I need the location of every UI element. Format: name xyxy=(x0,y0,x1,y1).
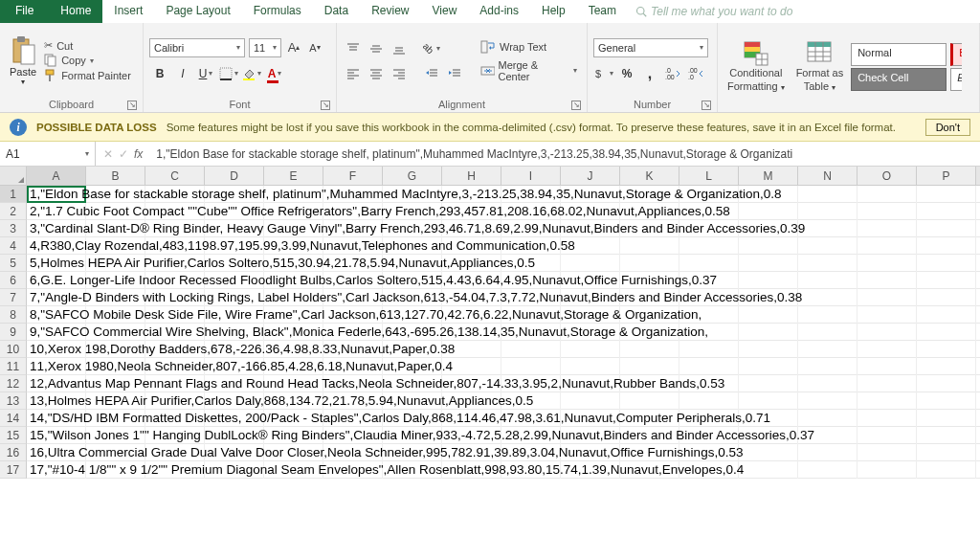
cell-content: 2,"1.7 Cubic Foot Compact ""Cube"" Offic… xyxy=(28,203,730,220)
orientation-button[interactable]: ab xyxy=(421,38,442,59)
column-header[interactable]: J xyxy=(561,167,620,185)
column-header[interactable]: A xyxy=(27,167,86,185)
column-header[interactable]: G xyxy=(383,167,442,185)
svg-text:.00: .00 xyxy=(665,74,675,80)
number-launcher[interactable] xyxy=(702,101,711,110)
font-name-combo[interactable]: Calibri▾ xyxy=(149,38,245,57)
svg-rect-11 xyxy=(243,78,255,80)
row-header[interactable]: 16 xyxy=(0,444,27,461)
align-right-button[interactable] xyxy=(389,63,410,84)
row-header[interactable]: 12 xyxy=(0,375,27,392)
italic-button[interactable]: I xyxy=(172,63,193,84)
row-header[interactable]: 11 xyxy=(0,358,27,375)
message-text: Some features might be lost if you save … xyxy=(167,122,896,133)
message-title: POSSIBLE DATA LOSS xyxy=(36,122,157,133)
align-center-button[interactable] xyxy=(366,63,387,84)
merge-center-button[interactable]: Merge & Center▾ xyxy=(477,57,581,84)
column-header[interactable]: F xyxy=(323,167,383,185)
tell-me-search[interactable]: Tell me what you want to do xyxy=(628,0,800,23)
wrap-text-button[interactable]: Wrap Text xyxy=(477,38,581,56)
accounting-format-button[interactable]: $ xyxy=(593,63,614,84)
select-all-triangle[interactable] xyxy=(0,167,27,185)
row-header[interactable]: 6 xyxy=(0,272,27,289)
increase-font-button[interactable]: A▴ xyxy=(285,39,302,56)
dont-show-button[interactable]: Don't xyxy=(925,119,970,136)
tab-file[interactable]: File xyxy=(0,0,49,23)
percent-button[interactable]: % xyxy=(616,63,637,84)
increase-decimal-button[interactable]: .0.00 xyxy=(662,63,683,84)
tab-page-layout[interactable]: Page Layout xyxy=(154,0,241,23)
column-header[interactable]: H xyxy=(442,167,501,185)
tab-team[interactable]: Team xyxy=(577,0,628,23)
paste-button[interactable]: Paste▾ xyxy=(6,34,40,88)
cell-content: 6,G.E. Longer-Life Indoor Recessed Flood… xyxy=(28,272,717,289)
comma-button[interactable]: , xyxy=(639,63,660,84)
column-header[interactable]: P xyxy=(917,167,976,185)
format-painter-button[interactable]: Format Painter xyxy=(44,69,131,82)
row-header[interactable]: 15 xyxy=(0,427,27,444)
copy-button[interactable]: Copy▾ xyxy=(44,54,131,67)
row-header[interactable]: 14 xyxy=(0,410,27,427)
clipboard-launcher[interactable] xyxy=(127,101,137,110)
decrease-indent-button[interactable] xyxy=(421,63,442,84)
align-left-button[interactable] xyxy=(343,63,364,84)
row-header[interactable]: 9 xyxy=(0,324,27,341)
tab-formulas[interactable]: Formulas xyxy=(242,0,313,23)
column-header[interactable]: M xyxy=(739,167,798,185)
cell-style-check-cell[interactable]: Check Cell xyxy=(851,68,947,91)
column-header[interactable]: B xyxy=(86,167,145,185)
align-middle-button[interactable] xyxy=(366,38,387,59)
conditional-formatting-button[interactable]: ConditionalFormatting ▾ xyxy=(724,38,789,94)
bold-button[interactable]: B xyxy=(149,63,170,84)
tab-insert[interactable]: Insert xyxy=(102,0,154,23)
row-header[interactable]: 13 xyxy=(0,392,27,410)
row-header[interactable]: 2 xyxy=(0,203,27,220)
column-header[interactable]: L xyxy=(679,167,739,185)
tab-data[interactable]: Data xyxy=(313,0,360,23)
tab-home[interactable]: Home xyxy=(49,0,102,23)
borders-button[interactable] xyxy=(218,63,239,84)
underline-button[interactable]: U xyxy=(195,63,216,84)
tab-review[interactable]: Review xyxy=(360,0,420,23)
alignment-launcher[interactable] xyxy=(571,101,581,110)
font-size-combo[interactable]: 11▾ xyxy=(249,38,281,57)
row-header[interactable]: 7 xyxy=(0,289,27,306)
column-header[interactable]: N xyxy=(798,167,858,185)
tab-add-ins[interactable]: Add-ins xyxy=(468,0,530,23)
row-header[interactable]: 17 xyxy=(0,461,27,479)
row-header[interactable]: 5 xyxy=(0,255,27,272)
column-header[interactable]: D xyxy=(205,167,264,185)
decrease-decimal-button[interactable]: .00.0 xyxy=(685,63,706,84)
cell-style-explanatory[interactable]: E xyxy=(950,68,962,91)
cell-content: 15,"Wilson Jones 1"" Hanging DublLock® R… xyxy=(28,427,814,444)
number-format-combo[interactable]: General▾ xyxy=(593,38,708,57)
tab-help[interactable]: Help xyxy=(530,0,577,23)
row-header[interactable]: 4 xyxy=(0,237,27,255)
column-header[interactable]: O xyxy=(858,167,917,185)
fill-color-button[interactable] xyxy=(241,63,262,84)
cell-style-normal[interactable]: Normal xyxy=(851,43,947,66)
row-header[interactable]: 1 xyxy=(0,186,27,203)
column-header[interactable]: K xyxy=(620,167,679,185)
insert-function-button[interactable]: fx xyxy=(134,147,143,161)
name-box[interactable]: A1▾ xyxy=(0,142,96,166)
column-header[interactable]: C xyxy=(145,167,205,185)
column-header[interactable]: I xyxy=(501,167,561,185)
align-bottom-button[interactable] xyxy=(389,38,410,59)
tab-view[interactable]: View xyxy=(421,0,469,23)
column-header[interactable]: E xyxy=(264,167,323,185)
row-header[interactable]: 10 xyxy=(0,341,27,358)
info-icon: i xyxy=(10,119,27,136)
cell-style-bad[interactable]: B xyxy=(950,43,962,66)
svg-rect-54 xyxy=(808,42,831,47)
align-top-button[interactable] xyxy=(343,38,364,59)
font-color-button[interactable]: A xyxy=(264,63,285,84)
cut-button[interactable]: ✂Cut xyxy=(44,39,131,52)
format-as-table-button[interactable]: Format asTable ▾ xyxy=(792,38,848,94)
increase-indent-button[interactable] xyxy=(444,63,465,84)
row-header[interactable]: 8 xyxy=(0,306,27,324)
decrease-font-button[interactable]: A▾ xyxy=(306,39,323,56)
row-header[interactable]: 3 xyxy=(0,220,27,237)
formula-bar-input[interactable]: 1,"Eldon Base for stackable storage shel… xyxy=(150,147,980,161)
font-launcher[interactable] xyxy=(321,101,330,110)
